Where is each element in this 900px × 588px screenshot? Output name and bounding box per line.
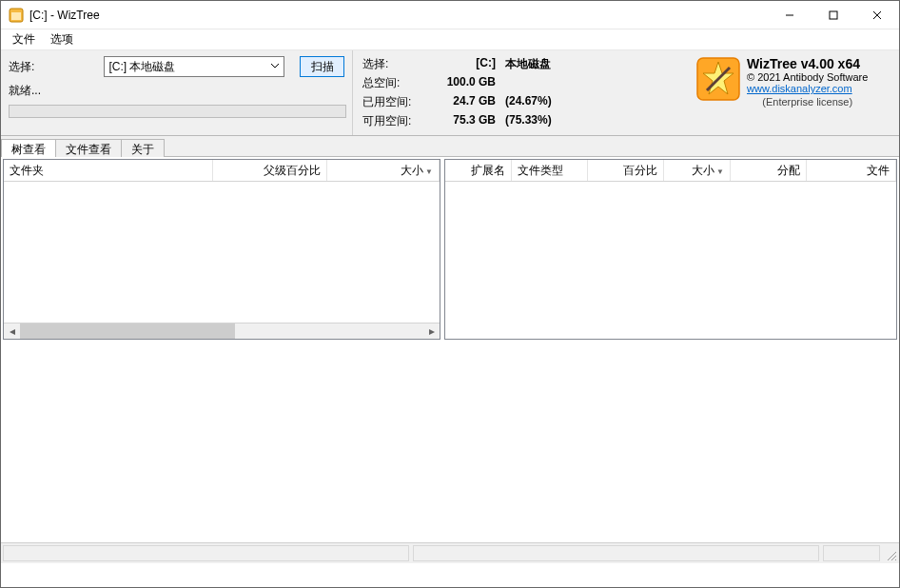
- info-select-label: 选择:: [362, 56, 420, 72]
- minimize-button[interactable]: [768, 1, 812, 29]
- svg-line-11: [895, 559, 896, 560]
- svg-rect-1: [11, 12, 21, 20]
- info-total-value: 100.0 GB: [420, 75, 496, 91]
- info-free-value: 75.3 GB: [420, 113, 496, 129]
- toolbar-area: 选择: [C:] 本地磁盘 扫描 就绪... 选择: [C:] 本地磁盘 总空间…: [1, 50, 899, 136]
- tab-about[interactable]: 关于: [121, 139, 165, 157]
- brand-url[interactable]: www.diskanalyzer.com: [747, 83, 868, 94]
- tabs: 树查看 文件查看 关于: [1, 136, 899, 157]
- statusbar: [1, 542, 899, 563]
- titlebar: [C:] - WizTree: [1, 1, 899, 29]
- tab-file-view[interactable]: 文件查看: [55, 139, 122, 157]
- progress-bar: [9, 105, 346, 118]
- col-pct[interactable]: 百分比: [588, 160, 664, 181]
- status-segment-3: [823, 545, 880, 561]
- select-label: 选择:: [9, 59, 39, 75]
- col-ext[interactable]: 扩展名: [445, 160, 512, 181]
- ext-pane: 扩展名 文件类型 百分比 大小▼ 分配 文件: [444, 159, 897, 340]
- col-alloc[interactable]: 分配: [731, 160, 807, 181]
- chevron-down-icon: [270, 60, 280, 73]
- brand-title: WizTree v4.00 x64: [747, 56, 868, 71]
- brand-license: (Enterprise license): [747, 96, 868, 108]
- menubar: 文件 选项: [1, 29, 899, 50]
- info-drive-name: 本地磁盘: [505, 56, 551, 72]
- scan-button[interactable]: 扫描: [300, 56, 344, 77]
- ext-column-header: 扩展名 文件类型 百分比 大小▼ 分配 文件: [445, 160, 896, 182]
- col-parent-pct[interactable]: 父级百分比: [213, 160, 327, 181]
- sort-desc-icon: ▼: [716, 167, 724, 176]
- col-files[interactable]: 文件: [807, 160, 896, 181]
- content-area: 文件夹 父级百分比 大小▼ ◂ ▸ 扩展名 文件类型 百分比 大小▼ 分配 文件: [1, 157, 899, 342]
- info-drive-code: [C:]: [420, 56, 496, 72]
- drive-combo[interactable]: [C:] 本地磁盘: [104, 56, 284, 77]
- ready-label: 就绪...: [9, 83, 42, 99]
- info-used-label: 已用空间:: [362, 94, 420, 110]
- window-title: [C:] - WizTree: [29, 9, 768, 22]
- svg-line-9: [888, 552, 896, 560]
- info-total-label: 总空间:: [362, 75, 420, 91]
- maximize-button[interactable]: [812, 1, 855, 29]
- scroll-thumb[interactable]: [20, 323, 235, 339]
- col-size[interactable]: 大小▼: [327, 160, 440, 181]
- tree-pane: 文件夹 父级百分比 大小▼ ◂ ▸: [3, 159, 440, 340]
- sort-desc-icon: ▼: [425, 167, 433, 176]
- scan-panel: 选择: [C:] 本地磁盘 扫描 就绪...: [1, 50, 353, 135]
- tree-column-header: 文件夹 父级百分比 大小▼: [4, 160, 440, 182]
- scroll-left-icon[interactable]: ◂: [4, 323, 20, 339]
- ext-body[interactable]: [445, 182, 896, 339]
- app-icon: [9, 8, 24, 23]
- status-segment-1: [3, 545, 409, 561]
- tree-hscroll[interactable]: ◂ ▸: [4, 323, 440, 339]
- brand-panel: WizTree v4.00 x64 © 2021 Antibody Softwa…: [690, 50, 899, 135]
- info-panel: 选择: [C:] 本地磁盘 总空间: 100.0 GB 已用空间: 24.7 G…: [353, 50, 690, 135]
- info-free-label: 可用空间:: [362, 113, 420, 129]
- close-button[interactable]: [855, 1, 899, 29]
- drive-combo-value: [C:] 本地磁盘: [108, 59, 175, 75]
- svg-rect-3: [830, 11, 837, 19]
- info-free-pct: (75.33%): [505, 113, 572, 129]
- tab-tree-view[interactable]: 树查看: [1, 139, 56, 157]
- status-segment-2: [413, 545, 819, 561]
- scroll-right-icon[interactable]: ▸: [423, 323, 440, 339]
- treemap-area: [1, 342, 899, 542]
- col-folder[interactable]: 文件夹: [4, 160, 213, 181]
- resize-grip-icon[interactable]: [882, 543, 899, 563]
- tree-body[interactable]: [4, 182, 440, 323]
- menu-file[interactable]: 文件: [5, 29, 43, 49]
- col-type[interactable]: 文件类型: [512, 160, 588, 181]
- menu-options[interactable]: 选项: [43, 29, 81, 49]
- wiztree-logo-icon: [695, 56, 741, 102]
- col-size-r[interactable]: 大小▼: [664, 160, 731, 181]
- info-used-pct: (24.67%): [505, 94, 572, 110]
- info-used-value: 24.7 GB: [420, 94, 496, 110]
- brand-copyright: © 2021 Antibody Software: [747, 71, 868, 83]
